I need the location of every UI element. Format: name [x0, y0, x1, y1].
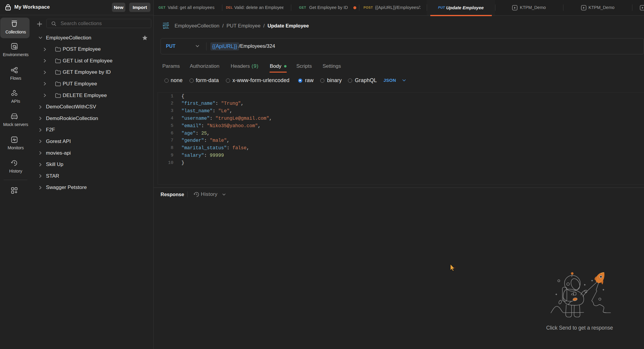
- svg-text:HTTP: HTTP: [163, 24, 169, 27]
